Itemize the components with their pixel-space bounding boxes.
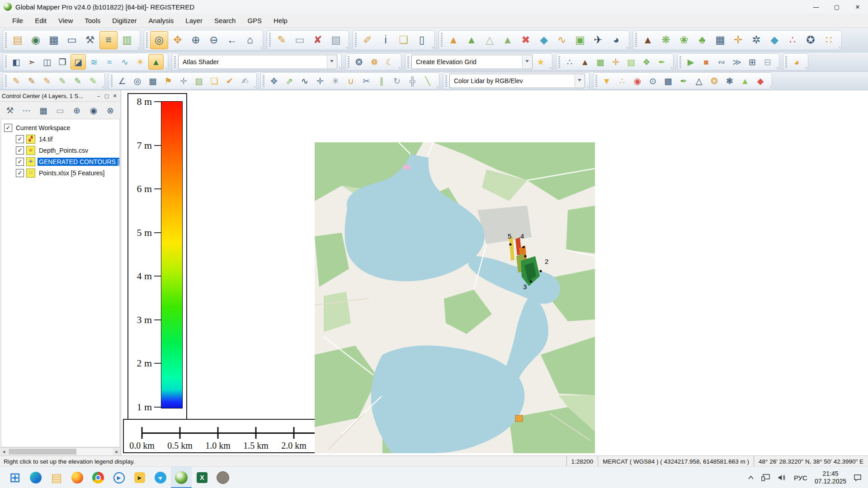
start-button[interactable]: ⊞	[5, 467, 25, 488]
building-icon[interactable]: ▦	[712, 32, 729, 49]
digitizer-tool-icon[interactable]: ✎	[273, 32, 290, 49]
overview-map-icon[interactable]: ▥	[118, 32, 136, 49]
close-button[interactable]: ✕	[847, 0, 868, 14]
lidar-layers-icon[interactable]: ◆	[753, 74, 768, 88]
layer-tree-item[interactable]: ✓ ✛ GENERATED CONTOURS [14	[16, 156, 119, 167]
split-line-icon[interactable]: ✂	[359, 74, 373, 88]
control-center-icon[interactable]: ≡	[99, 31, 118, 49]
configuration-icon[interactable]: ⚒	[81, 32, 99, 49]
key-icon[interactable]: ✪	[802, 32, 819, 49]
toolbar-grip[interactable]	[635, 33, 637, 47]
toolbar-grip[interactable]	[558, 56, 560, 68]
script-points-icon[interactable]: ∴	[562, 55, 577, 69]
zoom-in-icon[interactable]: ⊕	[187, 32, 204, 49]
layer-label[interactable]: Points.xlsx [5 Features]	[38, 169, 106, 177]
create-curve-icon[interactable]: ✎	[40, 74, 54, 88]
lidar-mode-select[interactable]: Color Lidar by RGB/Elev	[449, 74, 585, 88]
zoom-to-layer-icon[interactable]: ⊕	[71, 104, 83, 117]
green-screen-icon[interactable]: ▤	[624, 55, 638, 69]
panel-close-icon[interactable]: ✕	[111, 92, 119, 100]
move-feature-icon[interactable]: ✥	[267, 74, 281, 88]
feature-info-icon[interactable]: i	[377, 32, 394, 49]
terrain-shader-icon[interactable]: ▲	[445, 32, 462, 49]
line-style-icon[interactable]: ╲	[420, 74, 435, 88]
sun-terrain-icon[interactable]: ☀	[133, 55, 147, 69]
mountain-icon[interactable]: ▲	[639, 32, 656, 49]
shader-select[interactable]: Atlas Shader	[178, 55, 337, 69]
excel-icon[interactable]: X	[192, 467, 212, 488]
menu-item[interactable]: View	[52, 14, 79, 28]
toolbar-grip[interactable]	[355, 33, 357, 47]
slow-speed-icon[interactable]: ∾	[714, 55, 729, 69]
night-mode-icon[interactable]: ☾	[382, 55, 397, 69]
web-globe-icon[interactable]: ❂	[352, 55, 366, 69]
language-indicator[interactable]: РУС	[794, 474, 807, 482]
menu-item[interactable]: Tools	[79, 14, 106, 28]
dock-panel-icon[interactable]: ◫	[40, 55, 54, 69]
toolbar-grip[interactable]	[5, 56, 7, 68]
yellow-player-icon[interactable]: ▶	[129, 467, 150, 488]
toolbar-grip[interactable]	[146, 33, 148, 48]
plugin-puzzle-icon[interactable]: ❖	[639, 55, 654, 69]
menu-item[interactable]: File	[6, 14, 29, 28]
layer-label[interactable]: Depth_Points.csv	[38, 146, 90, 155]
3d-view-icon[interactable]: ◕	[608, 32, 625, 49]
toolbar-grip[interactable]	[111, 75, 113, 87]
rotate-feature-icon[interactable]: ↻	[390, 74, 404, 88]
menu-item[interactable]: Help	[268, 14, 293, 28]
3d-cube-icon[interactable]: ❒	[55, 55, 70, 69]
create-line-icon[interactable]: ✎	[24, 74, 39, 88]
water-rise-icon[interactable]: ∿	[118, 55, 132, 69]
utility-pole-icon[interactable]: ✛	[730, 32, 747, 49]
edge-icon[interactable]	[25, 467, 46, 488]
play-icon[interactable]: ▶	[684, 55, 698, 69]
fly-through-icon[interactable]: ✈	[590, 32, 607, 49]
toolbar-grip[interactable]	[263, 75, 264, 87]
panel-minimize-icon[interactable]: –	[94, 92, 103, 100]
firefox-icon[interactable]	[67, 467, 88, 488]
search-vector-data-icon[interactable]: ❏	[395, 32, 412, 49]
edit-vertices-icon[interactable]: ∿	[297, 74, 312, 88]
elevation-legend[interactable]: 8 m 7 m 6 m 5 m	[127, 93, 187, 421]
menu-item[interactable]: Layer	[179, 14, 208, 28]
remove-frame-icon[interactable]: ⊟	[760, 55, 775, 69]
create-area-icon[interactable]: ✎	[55, 74, 70, 88]
edit-area-icon[interactable]: ▨	[192, 74, 206, 88]
toolbar-grip[interactable]	[679, 56, 681, 68]
toolbar-grip[interactable]	[785, 56, 787, 68]
noise-points-icon[interactable]: ∴	[784, 32, 801, 49]
grass-icon[interactable]: ❋	[657, 32, 675, 49]
shader-mountain-icon[interactable]: ▲	[148, 54, 164, 70]
layer-tree-item[interactable]: ✓ ≋ Depth_Points.csv	[16, 145, 119, 156]
panel-maximize-icon[interactable]: ▢	[103, 92, 111, 100]
close-layer-icon[interactable]: ⊗	[104, 104, 117, 117]
lidar-grid-icon[interactable]: ▩	[661, 74, 675, 88]
transparency-icon[interactable]: ◪	[71, 54, 86, 70]
lidar-classify-icon[interactable]: △	[692, 74, 706, 88]
zoom-out-icon[interactable]: ⊖	[205, 32, 222, 49]
zoom-previous-icon[interactable]: ←	[223, 32, 241, 49]
scroll-thumb[interactable]	[9, 449, 76, 455]
delete-selected-icon[interactable]: ✘	[309, 32, 326, 49]
create-grid-icon[interactable]: ▦	[146, 74, 160, 88]
create-flag-icon[interactable]: ⚑	[161, 74, 175, 88]
terrain-ridge-icon[interactable]: ▲	[499, 32, 516, 49]
toolbar-grip[interactable]	[174, 56, 176, 68]
join-lines-icon[interactable]: ∪	[344, 74, 358, 88]
split-view-icon[interactable]: ◧	[9, 55, 24, 69]
gear-pole-icon[interactable]: ✛	[609, 55, 623, 69]
layer-label[interactable]: 14.tif	[38, 135, 54, 143]
open-data-icon[interactable]: ▤	[9, 32, 26, 49]
maximize-button[interactable]: ▢	[826, 0, 847, 14]
mobile-export-icon[interactable]: ▯	[413, 32, 430, 49]
clock[interactable]: 21:45 07.12.2025	[815, 470, 846, 486]
menu-item[interactable]: Edit	[29, 14, 52, 28]
layer-tree-item[interactable]: ✓ ∷ Points.xlsx [5 Features]	[16, 167, 119, 178]
water-drain-icon[interactable]: ≈	[102, 55, 117, 69]
point-cloud-icon[interactable]: ∴	[615, 74, 629, 88]
terrain-pale-icon[interactable]: △	[481, 32, 498, 49]
gear-terrain-icon[interactable]: ▲	[578, 55, 592, 69]
create-range-ring-icon[interactable]: ◎	[130, 74, 145, 88]
create-text-icon[interactable]: ∠	[115, 74, 129, 88]
create-ellipse-icon[interactable]: ✎	[86, 74, 100, 88]
